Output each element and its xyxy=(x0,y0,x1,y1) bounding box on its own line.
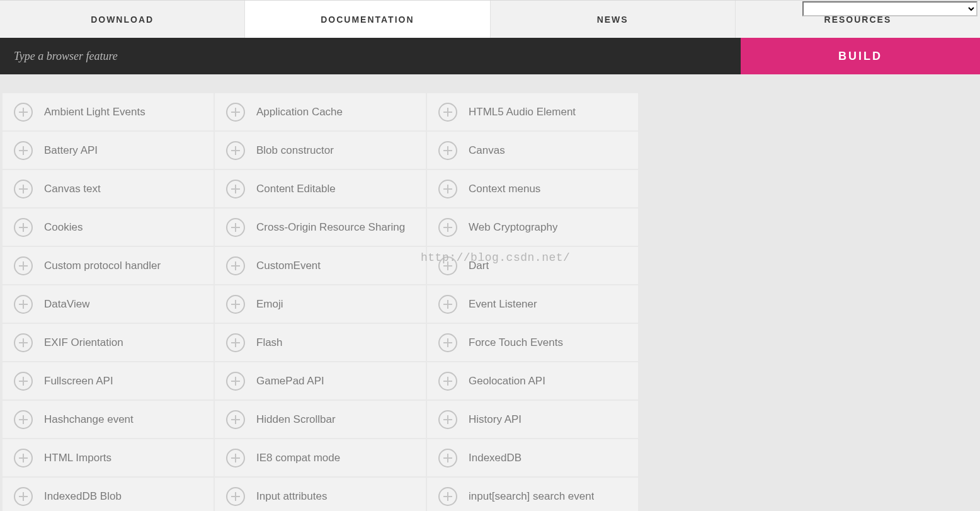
feature-label: input[search] search event xyxy=(469,490,594,503)
plus-circle-icon xyxy=(438,141,457,160)
plus-circle-icon xyxy=(226,180,245,198)
tab-label: NEWS xyxy=(597,14,629,25)
feature-cell[interactable]: Blob constructor xyxy=(215,132,426,169)
feature-grid: Ambient Light EventsApplication CacheHTM… xyxy=(3,93,980,511)
browser-native-select[interactable] xyxy=(802,1,977,16)
feature-cell[interactable]: Hidden Scrollbar xyxy=(215,401,426,438)
feature-cell[interactable]: Force Touch Events xyxy=(427,324,638,361)
feature-label: IndexedDB xyxy=(469,452,521,464)
feature-cell[interactable]: EXIF Orientation xyxy=(3,324,214,361)
feature-search-input[interactable] xyxy=(0,38,741,74)
plus-circle-icon xyxy=(14,180,33,198)
feature-label: IndexedDB Blob xyxy=(44,490,122,503)
feature-label: Application Cache xyxy=(256,106,343,118)
search-build-bar: BUILD xyxy=(0,38,980,74)
plus-circle-icon xyxy=(14,141,33,160)
build-button[interactable]: BUILD xyxy=(741,38,980,74)
feature-cell[interactable]: Application Cache xyxy=(215,93,426,130)
plus-circle-icon xyxy=(438,103,457,122)
feature-cell[interactable]: input[search] search event xyxy=(427,478,638,511)
tab-documentation[interactable]: DOCUMENTATION xyxy=(245,1,490,38)
feature-cell[interactable]: Geolocation API xyxy=(427,362,638,399)
feature-cell[interactable]: Cross-Origin Resource Sharing xyxy=(215,209,426,246)
feature-cell[interactable]: Hashchange event xyxy=(3,401,214,438)
feature-label: Content Editable xyxy=(256,183,336,195)
plus-circle-icon xyxy=(226,333,245,352)
tab-news[interactable]: NEWS xyxy=(491,1,736,38)
feature-cell[interactable]: IndexedDB Blob xyxy=(3,478,214,511)
feature-label: Hidden Scrollbar xyxy=(256,413,336,426)
feature-cell[interactable]: Dart xyxy=(427,247,638,284)
feature-label: Dart xyxy=(469,260,489,272)
plus-circle-icon xyxy=(14,372,33,391)
feature-cell[interactable]: Input attributes xyxy=(215,478,426,511)
feature-label: Battery API xyxy=(44,144,98,157)
feature-label: Web Cryptography xyxy=(469,221,557,234)
plus-circle-icon xyxy=(226,410,245,429)
tab-download[interactable]: DOWNLOAD xyxy=(0,1,245,38)
tab-label: DOWNLOAD xyxy=(91,14,154,25)
plus-circle-icon xyxy=(226,487,245,506)
feature-label: HTML5 Audio Element xyxy=(469,106,576,118)
plus-circle-icon xyxy=(14,449,33,468)
feature-label: Force Touch Events xyxy=(469,336,563,349)
feature-cell[interactable]: Context menus xyxy=(427,170,638,207)
feature-label: Blob constructor xyxy=(256,144,334,157)
feature-cell[interactable]: Emoji xyxy=(215,285,426,323)
plus-circle-icon xyxy=(438,180,457,198)
feature-cell[interactable]: Ambient Light Events xyxy=(3,93,214,130)
feature-cell[interactable]: Content Editable xyxy=(215,170,426,207)
feature-label: History API xyxy=(469,413,521,426)
feature-label: Hashchange event xyxy=(44,413,134,426)
feature-label: DataView xyxy=(44,298,89,311)
feature-cell[interactable]: Canvas text xyxy=(3,170,214,207)
feature-label: GamePad API xyxy=(256,375,324,388)
feature-label: Cookies xyxy=(44,221,83,234)
plus-circle-icon xyxy=(14,410,33,429)
plus-circle-icon xyxy=(226,218,245,237)
feature-label: Context menus xyxy=(469,183,540,195)
feature-cell[interactable]: Event Listener xyxy=(427,285,638,323)
feature-label: Custom protocol handler xyxy=(44,260,161,272)
plus-circle-icon xyxy=(226,256,245,275)
feature-cell[interactable]: Cookies xyxy=(3,209,214,246)
plus-circle-icon xyxy=(14,103,33,122)
feature-cell[interactable]: Web Cryptography xyxy=(427,209,638,246)
feature-label: HTML Imports xyxy=(44,452,111,464)
feature-cell[interactable]: IE8 compat mode xyxy=(215,439,426,476)
plus-circle-icon xyxy=(226,103,245,122)
plus-circle-icon xyxy=(438,372,457,391)
feature-cell[interactable]: History API xyxy=(427,401,638,438)
plus-circle-icon xyxy=(226,372,245,391)
feature-cell[interactable]: Fullscreen API xyxy=(3,362,214,399)
feature-cell[interactable]: Custom protocol handler xyxy=(3,247,214,284)
feature-cell[interactable]: Flash xyxy=(215,324,426,361)
plus-circle-icon xyxy=(14,256,33,275)
feature-label: Input attributes xyxy=(256,490,327,503)
plus-circle-icon xyxy=(14,487,33,506)
feature-label: EXIF Orientation xyxy=(44,336,123,349)
feature-cell[interactable]: DataView xyxy=(3,285,214,323)
plus-circle-icon xyxy=(226,295,245,314)
feature-grid-container: Ambient Light EventsApplication CacheHTM… xyxy=(0,74,980,511)
plus-circle-icon xyxy=(14,218,33,237)
feature-label: Geolocation API xyxy=(469,375,545,388)
feature-label: Ambient Light Events xyxy=(44,106,145,118)
plus-circle-icon xyxy=(226,141,245,160)
plus-circle-icon xyxy=(14,295,33,314)
feature-cell[interactable]: HTML Imports xyxy=(3,439,214,476)
plus-circle-icon xyxy=(438,295,457,314)
feature-label: Event Listener xyxy=(469,298,537,311)
feature-label: Canvas xyxy=(469,144,505,157)
feature-cell[interactable]: Battery API xyxy=(3,132,214,169)
tab-label: DOCUMENTATION xyxy=(321,14,414,25)
feature-cell[interactable]: CustomEvent xyxy=(215,247,426,284)
plus-circle-icon xyxy=(438,449,457,468)
feature-cell[interactable]: HTML5 Audio Element xyxy=(427,93,638,130)
feature-cell[interactable]: IndexedDB xyxy=(427,439,638,476)
feature-label: Emoji xyxy=(256,298,283,311)
feature-label: Canvas text xyxy=(44,183,101,195)
plus-circle-icon xyxy=(438,333,457,352)
feature-cell[interactable]: Canvas xyxy=(427,132,638,169)
feature-cell[interactable]: GamePad API xyxy=(215,362,426,399)
